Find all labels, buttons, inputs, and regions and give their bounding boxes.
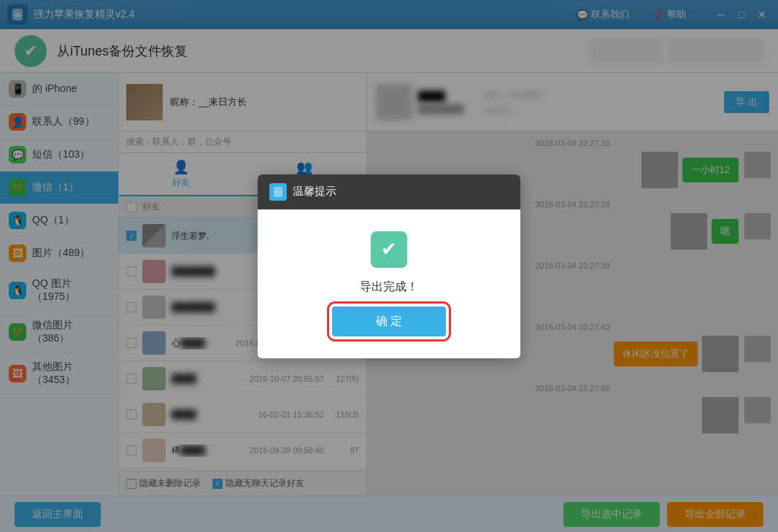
modal-dialog: 温馨提示 ✔ 导出完成！ 确 定 bbox=[258, 174, 520, 358]
modal-overlay: 温馨提示 ✔ 导出完成！ 确 定 bbox=[0, 0, 778, 532]
modal-header-icon bbox=[269, 183, 287, 201]
modal-confirm-btn[interactable]: 确 定 bbox=[332, 307, 446, 336]
modal-body: ✔ 导出完成！ 确 定 bbox=[258, 209, 520, 358]
modal-success-icon: ✔ bbox=[371, 231, 407, 268]
modal-message: 导出完成！ bbox=[360, 280, 418, 295]
modal-header: 温馨提示 bbox=[258, 174, 520, 209]
svg-rect-3 bbox=[274, 187, 282, 197]
